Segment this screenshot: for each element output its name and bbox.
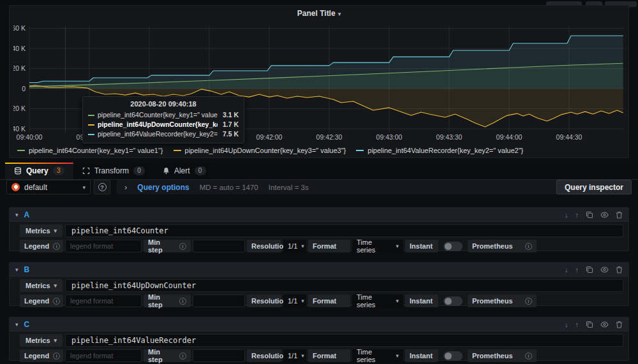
chevron-down-icon: ▾	[82, 184, 85, 191]
info-icon[interactable]: i	[525, 243, 532, 250]
disable-eye-icon[interactable]	[600, 266, 609, 273]
query-options-toggle[interactable]: › Query options MD = auto = 1470 Interva…	[117, 180, 556, 194]
tooltip-series-value: 3.1 K	[223, 110, 239, 120]
tooltip-series-label: pipeline_int64ValueRecorder{key_key2=" v…	[98, 129, 218, 139]
info-icon[interactable]: i	[179, 298, 186, 305]
format-select[interactable]: Time series▾	[352, 349, 403, 362]
query-row-header[interactable]: ▾ B ↓ ↑	[10, 263, 628, 277]
legend-label: Legendi	[20, 240, 63, 252]
min-step-label: Min stepi	[144, 295, 191, 307]
move-down-icon[interactable]: ↓	[565, 266, 568, 273]
query-row-header[interactable]: ▾ A ↓ ↑	[10, 208, 628, 222]
info-icon[interactable]: i	[53, 298, 60, 305]
legend-format-input[interactable]	[65, 295, 142, 307]
info-icon[interactable]: i	[525, 353, 532, 360]
disable-eye-icon[interactable]	[600, 212, 609, 218]
svg-text:09:42:00: 09:42:00	[256, 133, 283, 141]
promql-expression-input[interactable]	[65, 224, 623, 237]
format-select[interactable]: Time series▾	[352, 295, 403, 307]
info-icon[interactable]: i	[53, 353, 60, 360]
metrics-dropdown[interactable]: Metrics ▾	[20, 224, 63, 237]
datasource-picker[interactable]: default ▾	[6, 180, 91, 194]
duplicate-icon[interactable]	[586, 211, 593, 219]
legend-item[interactable]: pipeline_int64ValueRecorder{key_key2=" v…	[356, 147, 523, 154]
tooltip-row: pipeline_int64Counter{key_key1=" value1"…	[88, 110, 239, 120]
promql-expression-input[interactable]	[65, 334, 623, 347]
chevron-down-icon: ▾	[338, 11, 341, 17]
tooltip-series-label: pipeline_int64Counter{key_key1=" value1"…	[98, 110, 218, 120]
transform-icon	[82, 167, 90, 175]
duplicate-icon[interactable]	[586, 321, 593, 328]
trash-icon[interactable]	[616, 211, 623, 219]
info-icon[interactable]: i	[179, 243, 186, 250]
info-icon[interactable]: i	[179, 353, 186, 360]
query-options-details: MD = auto = 1470	[200, 184, 258, 191]
info-icon[interactable]: i	[525, 298, 532, 305]
svg-text:09:44:00: 09:44:00	[496, 133, 523, 141]
trash-icon[interactable]	[616, 321, 623, 328]
metrics-dropdown[interactable]: Metrics ▾	[20, 334, 63, 347]
legend-item[interactable]: pipeline_int64UpDownCounter{key_key3=" v…	[174, 147, 346, 154]
move-down-icon[interactable]: ↓	[565, 211, 568, 219]
resolution-select[interactable]: 1/1▾	[283, 240, 306, 252]
datasource-help-label: Prometheusi	[468, 240, 537, 252]
query-ref-id: C	[24, 320, 30, 329]
svg-text:60 K: 60 K	[13, 24, 26, 32]
legend-label: pipeline_int64UpDownCounter{key_key3=" v…	[185, 147, 346, 154]
tooltip-timestamp: 2020-08-20 09:40:18	[88, 100, 239, 108]
instant-toggle[interactable]	[443, 296, 463, 306]
query-inspector-button[interactable]: Query inspector	[556, 180, 632, 194]
tab-query[interactable]: Query 3	[5, 163, 73, 179]
editor-tabs: Query 3 Transform 0 Alert 0	[0, 163, 638, 180]
duplicate-icon[interactable]	[586, 266, 593, 273]
query-row-header[interactable]: ▾ C ↓ ↑	[10, 317, 628, 331]
tooltip-row-highlighted: pipeline_int64UpDownCounter{key_key3=" v…	[88, 120, 239, 129]
svg-text:40 K: 40 K	[13, 45, 26, 52]
format-select[interactable]: Time series▾	[352, 240, 403, 252]
disable-eye-icon[interactable]	[600, 321, 609, 328]
tooltip-series-value: 7.5 K	[223, 129, 239, 139]
chart-legend: pipeline_int64Counter{key_key1=" value1"…	[17, 147, 523, 154]
database-icon	[14, 167, 22, 175]
chevron-down-icon: ▾	[54, 337, 57, 344]
svg-text:-20 K: -20 K	[13, 105, 26, 112]
format-label: Format	[308, 349, 350, 362]
format-label: Format	[308, 295, 350, 307]
resolution-select[interactable]: 1/1▾	[283, 349, 306, 362]
move-down-icon[interactable]: ↓	[565, 321, 568, 328]
move-up-icon[interactable]: ↑	[575, 321, 579, 328]
series-marker	[356, 150, 364, 151]
trash-icon[interactable]	[616, 266, 623, 273]
chevron-down-icon: ▾	[396, 243, 399, 249]
min-step-input[interactable]	[193, 295, 245, 307]
tab-count-badge: 0	[133, 166, 145, 175]
chevron-down-icon: ▾	[15, 266, 19, 273]
format-label: Format	[308, 240, 350, 252]
resolution-select[interactable]: 1/1▾	[283, 295, 306, 307]
instant-toggle[interactable]	[443, 351, 463, 361]
move-up-icon[interactable]: ↑	[575, 266, 579, 273]
chevron-down-icon: ▾	[15, 321, 19, 328]
legend-format-input[interactable]	[65, 349, 142, 362]
legend-item[interactable]: pipeline_int64Counter{key_key1=" value1"…	[17, 147, 163, 154]
svg-text:0: 0	[22, 85, 26, 92]
tab-alert[interactable]: Alert 0	[154, 163, 215, 179]
datasource-help-button[interactable]: ?	[94, 180, 110, 194]
chevron-down-icon: ▾	[396, 353, 399, 359]
metrics-dropdown[interactable]: Metrics ▾	[20, 279, 63, 292]
query-options-label: Query options	[137, 183, 189, 192]
chevron-down-icon: ▾	[54, 282, 57, 289]
move-up-icon[interactable]: ↑	[575, 211, 579, 219]
info-icon[interactable]: i	[53, 243, 60, 250]
legend-format-input[interactable]	[65, 240, 142, 252]
promql-expression-input[interactable]	[65, 279, 623, 292]
tab-transform[interactable]: Transform 0	[73, 163, 154, 179]
panel-header[interactable]: Panel Title▾	[10, 9, 628, 18]
series-marker	[17, 150, 25, 151]
instant-toggle[interactable]	[443, 242, 463, 251]
min-step-input[interactable]	[193, 240, 245, 252]
legend-label: Legendi	[20, 295, 63, 307]
datasource-row: default ▾ ? › Query options MD = auto = …	[0, 180, 638, 194]
min-step-input[interactable]	[193, 349, 245, 362]
resolution-label: Resolution	[247, 349, 281, 362]
